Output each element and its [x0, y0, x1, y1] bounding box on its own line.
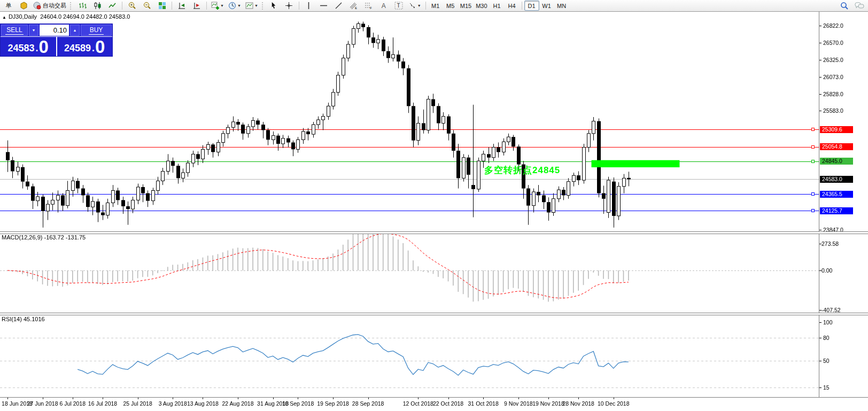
volume-increase-button[interactable]: ▲ — [70, 25, 80, 36]
new-order-label: 单 — [6, 2, 12, 10]
svg-text:F: F — [370, 6, 372, 10]
sell-button[interactable]: SELL — [1, 25, 28, 36]
price-tick-label: 26570.0 — [823, 40, 843, 46]
date-axis-border — [0, 397, 868, 398]
rsi-tick-label: 15 — [823, 384, 830, 391]
date-tick-label: 10 Sep 2018 — [277, 400, 318, 407]
macd-tick-label: 0.00 — [821, 267, 832, 274]
rsi-indicator-label: RSI(14) 45.1016 — [2, 316, 45, 322]
fibonacci-tool-icon[interactable]: F — [361, 1, 376, 11]
rsi-tick-label: 50 — [823, 358, 830, 364]
price-tick-label: 25583.0 — [823, 107, 843, 114]
chart-symbol-period: DJ30,Daily — [9, 13, 37, 20]
price-tick-label: 26073.0 — [823, 74, 843, 80]
date-tick-label: 25 Jul 2018 — [118, 400, 158, 407]
arrows-tool-icon[interactable]: ▼ — [406, 1, 423, 11]
text-label-tool-icon[interactable]: T — [391, 1, 406, 11]
date-tick-label: 13 Aug 2018 — [182, 400, 223, 407]
collapse-panel-icon[interactable]: ▲ — [2, 15, 6, 20]
sell-price[interactable]: 24583.0 — [1, 37, 57, 56]
vertical-line-tool-icon[interactable] — [301, 1, 316, 11]
timeframe-M1[interactable]: M1 — [428, 1, 443, 11]
autotrading-button[interactable]: 自动交易 — [31, 1, 68, 11]
tile-windows-icon[interactable] — [154, 1, 169, 11]
price-tick-label: 25828.0 — [823, 91, 843, 97]
line-chart-icon[interactable] — [105, 1, 120, 11]
equidistant-channel-tool-icon[interactable]: E — [346, 1, 361, 11]
svg-text:E: E — [355, 6, 357, 10]
chart-header: ▲DJ30,Daily 24604.0 24694.0 24482.0 2458… — [2, 13, 130, 20]
level-price-badge: 24125.7 — [820, 207, 853, 214]
date-tick-label: 22 Aug 2018 — [218, 400, 258, 407]
trendline-tool-icon[interactable] — [331, 1, 346, 11]
timeframe-MN[interactable]: MN — [554, 1, 569, 11]
buy-button[interactable]: BUY — [81, 25, 112, 36]
date-tick-label: 22 Oct 2018 — [428, 400, 469, 407]
level-price-badge: 24365.5 — [820, 191, 853, 198]
date-tick-label: 10 Dec 2018 — [593, 400, 634, 407]
chart-canvas[interactable] — [0, 0, 868, 411]
ohlc-low: 24482.0 — [86, 13, 107, 20]
arrows-dropdown-icon[interactable]: ▼ — [417, 4, 421, 7]
volume-input[interactable]: 0.10 — [40, 25, 69, 36]
search-icon[interactable] — [837, 1, 852, 11]
ohlc-open: 24604.0 — [40, 13, 61, 20]
date-tick-label: 16 Jul 2018 — [82, 400, 123, 407]
main-toolbar: 单 自动交易 ▼ ▼ ▼ — [0, 0, 868, 12]
zoom-in-icon[interactable] — [125, 1, 140, 11]
volume-decrease-button[interactable]: ▼ — [29, 25, 38, 36]
text-tool-icon[interactable]: A — [376, 1, 391, 11]
timeframe-M15[interactable]: M15 — [458, 1, 474, 11]
new-order-icon[interactable] — [16, 1, 31, 11]
macd-panel-splitter[interactable] — [0, 231, 868, 234]
chart-annotation-text: 多空转折点24845 — [484, 164, 560, 176]
templates-icon[interactable]: ▼ — [243, 1, 260, 11]
macd-tick-label: 273.58 — [821, 241, 839, 247]
timeframe-group: M1M5M15M30H1H4D1W1MN — [428, 1, 569, 11]
crosshair-icon[interactable] — [282, 1, 297, 11]
rsi-tick-label: 80 — [823, 335, 830, 341]
candlestick-chart-icon[interactable] — [90, 1, 105, 11]
current-price-badge: 24583.0 — [820, 176, 853, 183]
svg-text:T: T — [397, 3, 400, 9]
templates-dropdown-icon[interactable]: ▼ — [254, 4, 258, 7]
price-tick-label: 26325.0 — [823, 57, 843, 63]
cursor-icon[interactable] — [267, 1, 282, 11]
price-axis-border — [819, 11, 819, 397]
timeframe-D1[interactable]: D1 — [524, 1, 539, 11]
chart-shift-icon[interactable] — [189, 1, 204, 11]
chat-icon[interactable] — [852, 1, 867, 11]
zoom-out-icon[interactable] — [140, 1, 154, 11]
periods-clock-icon[interactable]: ▼ — [226, 1, 243, 11]
autotrading-icon — [33, 2, 41, 10]
auto-scroll-icon[interactable] — [174, 1, 189, 11]
timeframe-M5[interactable]: M5 — [443, 1, 458, 11]
level-price-badge: 25054.8 — [820, 143, 853, 150]
date-tick-label: 28 Nov 2018 — [558, 400, 599, 407]
indicators-add-icon[interactable]: ▼ — [209, 1, 226, 11]
one-click-trade-panel: SELL ▼ 0.10 ▲ BUY 24583.0 24589.0 — [0, 24, 113, 57]
horizontal-line-tool-icon[interactable] — [316, 1, 331, 11]
periods-dropdown-icon[interactable]: ▼ — [237, 4, 241, 7]
timeframe-W1[interactable]: W1 — [539, 1, 554, 11]
indicators-dropdown-icon[interactable]: ▼ — [220, 4, 224, 7]
date-tick-label: 28 Sep 2018 — [348, 400, 389, 407]
macd-indicator-label: MACD(12,26,9) -163.72 -131.75 — [2, 234, 86, 241]
ohlc-high: 24694.0 — [63, 13, 84, 20]
new-order-button[interactable]: 单 — [1, 1, 16, 11]
level-price-badge: 24845.0 — [820, 158, 853, 165]
rsi-tick-label: 100 — [823, 319, 833, 325]
timeframe-M30[interactable]: M30 — [474, 1, 489, 11]
buy-price[interactable]: 24589.0 — [57, 37, 113, 56]
ohlc-close: 24583.0 — [109, 13, 130, 20]
date-tick-label: 31 Oct 2018 — [463, 400, 503, 407]
level-price-badge: 25309.6 — [820, 126, 853, 133]
rsi-panel-splitter[interactable] — [0, 313, 868, 315]
price-tick-label: 26822.0 — [823, 22, 843, 29]
timeframe-H4[interactable]: H4 — [505, 1, 520, 11]
timeframe-H1[interactable]: H1 — [490, 1, 505, 11]
autotrading-label: 自动交易 — [43, 2, 66, 10]
bar-chart-icon[interactable] — [75, 1, 90, 11]
